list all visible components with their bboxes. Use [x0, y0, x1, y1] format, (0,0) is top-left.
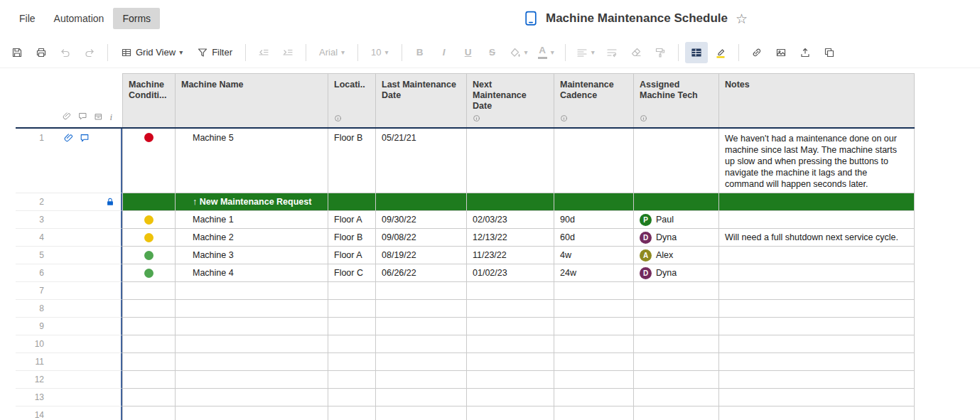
row-header[interactable]: 3 — [16, 211, 122, 229]
cell-name[interactable]: Machine 5 — [176, 129, 328, 193]
cell-location[interactable] — [328, 282, 376, 300]
row-info-icon[interactable]: i — [109, 112, 112, 121]
save-button[interactable] — [6, 42, 28, 63]
row-header[interactable]: 6 — [16, 264, 122, 282]
cell-cadence[interactable] — [554, 318, 634, 335]
cell-location[interactable]: Floor C — [328, 264, 376, 282]
undo-button[interactable] — [54, 42, 77, 63]
grid-view-button[interactable]: Grid View▾ — [114, 42, 189, 63]
cell-cadence[interactable]: 60d — [554, 229, 634, 247]
cell-next_date[interactable] — [467, 353, 554, 371]
cell-notes[interactable] — [719, 353, 915, 371]
cell-condition[interactable] — [122, 406, 176, 420]
export-button[interactable] — [794, 42, 817, 63]
underline-button[interactable]: U — [457, 42, 480, 63]
cell-last_date[interactable]: 09/08/22 — [376, 229, 467, 247]
cell-cadence[interactable] — [554, 371, 634, 389]
cell-location[interactable]: Floor A — [328, 247, 376, 264]
align-button[interactable]: ▾ — [572, 42, 599, 63]
cell-name[interactable] — [176, 353, 328, 371]
column-header-name[interactable]: Machine Name — [176, 73, 328, 127]
cell-cadence[interactable] — [554, 193, 634, 211]
menu-forms[interactable]: Forms — [113, 8, 160, 29]
cell-tech[interactable] — [634, 406, 719, 420]
info-icon[interactable] — [473, 114, 480, 122]
cell-location[interactable] — [328, 193, 376, 211]
cell-notes[interactable] — [719, 264, 915, 282]
cell-location[interactable]: Floor A — [328, 211, 376, 229]
cell-condition[interactable] — [122, 282, 176, 300]
format-painter-button[interactable] — [649, 42, 672, 63]
cell-name[interactable]: Machine 4 — [176, 264, 328, 282]
cell-name[interactable] — [176, 282, 328, 300]
row-header[interactable]: 14 — [16, 406, 122, 420]
cell-last_date[interactable] — [376, 371, 467, 389]
cell-cadence[interactable] — [554, 353, 634, 371]
cell-name[interactable] — [176, 318, 328, 335]
cell-name[interactable]: Machine 1 — [176, 211, 328, 229]
cell-name[interactable] — [176, 371, 328, 389]
cell-next_date[interactable] — [467, 318, 554, 335]
cell-next_date[interactable] — [467, 335, 554, 353]
cell-last_date[interactable]: 08/19/22 — [376, 247, 467, 264]
cell-last_date[interactable]: 05/21/21 — [376, 129, 467, 193]
info-icon[interactable] — [560, 114, 568, 122]
row-header[interactable]: 8 — [16, 300, 122, 318]
menu-file[interactable]: File — [10, 8, 45, 29]
cell-next_date[interactable]: 12/13/22 — [467, 229, 554, 247]
menu-automation[interactable]: Automation — [45, 8, 114, 29]
cell-next_date[interactable]: 01/02/23 — [467, 264, 554, 282]
cell-last_date[interactable] — [376, 353, 467, 371]
font-size-select[interactable]: 10▾ — [365, 42, 395, 63]
cell-cadence[interactable] — [554, 282, 634, 300]
cell-location[interactable] — [328, 300, 376, 318]
cell-name[interactable] — [176, 389, 328, 406]
row-header[interactable]: 10 — [16, 335, 122, 353]
cell-name[interactable]: Machine 3 — [176, 247, 328, 264]
cell-name[interactable] — [176, 335, 328, 353]
indent-button[interactable] — [276, 42, 299, 63]
strikethrough-button[interactable]: S — [481, 42, 504, 63]
grid-format-toggle-button[interactable] — [685, 42, 708, 63]
star-icon[interactable]: ☆ — [736, 12, 748, 26]
column-header-condition[interactable]: Machine Conditi... — [122, 73, 176, 127]
cell-cadence[interactable] — [554, 300, 634, 318]
cell-last_date[interactable] — [376, 406, 467, 420]
cell-notes[interactable]: We haven't had a maintenance done on our… — [719, 129, 915, 193]
comment-icon[interactable] — [80, 133, 90, 143]
lock-icon[interactable] — [105, 197, 115, 207]
cell-location[interactable] — [328, 406, 376, 420]
image-button[interactable] — [770, 42, 792, 63]
cell-condition[interactable] — [122, 300, 176, 318]
cell-next_date[interactable] — [467, 282, 554, 300]
cell-notes[interactable] — [719, 335, 915, 353]
cell-cadence[interactable] — [554, 335, 634, 353]
cell-location[interactable] — [328, 318, 376, 335]
cell-next_date[interactable] — [467, 371, 554, 389]
row-header[interactable]: 1 — [16, 129, 122, 193]
cell-name[interactable] — [176, 300, 328, 318]
cell-notes[interactable] — [719, 389, 915, 406]
cell-location[interactable]: Floor B — [328, 229, 376, 247]
cell-condition[interactable] — [122, 193, 176, 211]
cell-location[interactable]: Floor B — [328, 129, 376, 193]
clear-format-button[interactable] — [625, 42, 647, 63]
column-header-next_date[interactable]: Next Maintenance Date — [467, 73, 554, 127]
cell-tech[interactable] — [634, 335, 719, 353]
fill-color-button[interactable]: ▾ — [505, 42, 532, 63]
row-header[interactable]: 5 — [16, 247, 122, 264]
italic-button[interactable]: I — [433, 42, 456, 63]
column-header-tech[interactable]: Assigned Machine Tech — [634, 73, 719, 127]
row-header[interactable]: 12 — [16, 371, 122, 389]
cell-notes[interactable]: Will need a full shutdown next service c… — [719, 229, 915, 247]
cell-last_date[interactable]: 06/26/22 — [376, 264, 467, 282]
column-header-notes[interactable]: Notes — [719, 73, 915, 127]
cell-condition[interactable] — [122, 229, 176, 247]
cell-next_date[interactable] — [467, 300, 554, 318]
column-header-cadence[interactable]: Maintenance Cadence — [554, 73, 634, 127]
redo-button[interactable] — [78, 42, 101, 63]
cell-next_date[interactable] — [467, 406, 554, 420]
cell-last_date[interactable] — [376, 300, 467, 318]
cell-location[interactable] — [328, 371, 376, 389]
cell-last_date[interactable] — [376, 282, 467, 300]
